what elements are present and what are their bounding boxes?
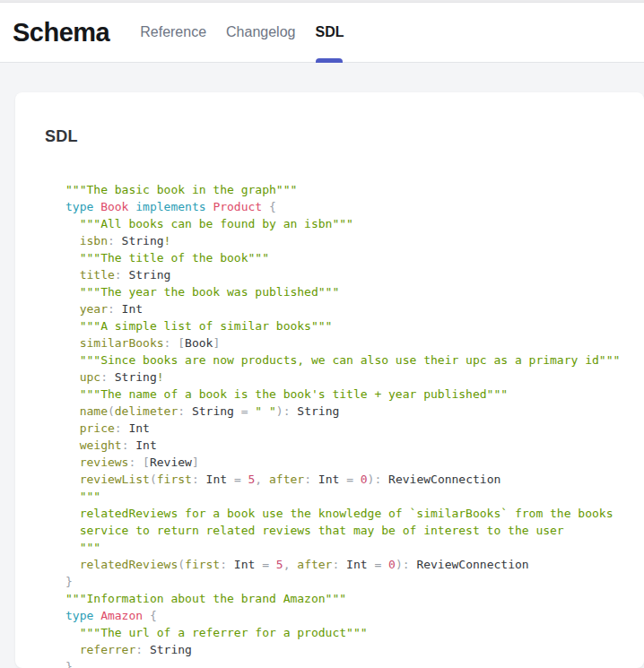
code-line: upc: String! (65, 369, 644, 386)
card-heading: SDL (45, 126, 644, 146)
code-line: relatedReviews for a book use the knowle… (65, 505, 644, 522)
code-line: year: Int (65, 300, 644, 317)
code-line: reviews: [Review] (65, 454, 644, 471)
header: Schema Reference Changelog SDL (0, 3, 644, 63)
code-line: """The title of the book""" (65, 249, 644, 266)
code-line: type Book implements Product { (65, 198, 644, 215)
active-tab-underline (316, 58, 343, 63)
code-line: type Amazon { (65, 607, 644, 624)
code-line: """ (65, 539, 644, 556)
code-line: relatedReviews(first: Int = 5, after: In… (65, 556, 644, 573)
code-line: name(delimeter: String = " "): String (65, 403, 644, 420)
code-line: referrer: String (65, 641, 644, 658)
tab-reference[interactable]: Reference (140, 3, 206, 62)
code-line: isbn: String! (65, 232, 644, 249)
sdl-code: """The basic book in the graph"""type Bo… (65, 181, 644, 668)
code-line: } (65, 658, 644, 668)
code-line: """Information about the brand Amazon""" (65, 590, 644, 607)
code-line: """The url of a referrer for a product""… (65, 624, 644, 641)
code-line: price: Int (65, 420, 644, 437)
tab-sdl[interactable]: SDL (315, 3, 344, 62)
code-line: """All books can be found by an isbn""" (65, 215, 644, 232)
page-body: SDL """The basic book in the graph"""typ… (0, 63, 644, 668)
code-line: service to return related reviews that m… (65, 522, 644, 539)
code-line: reviewList(first: Int = 5, after: Int = … (65, 471, 644, 488)
tab-bar: Reference Changelog SDL (140, 3, 344, 62)
tab-sdl-label: SDL (315, 24, 344, 40)
code-line: similarBooks: [Book] (65, 334, 644, 351)
code-line: """ (65, 488, 644, 505)
code-line: weight: Int (65, 437, 644, 454)
sdl-card: SDL """The basic book in the graph"""typ… (15, 92, 644, 668)
code-line: """The basic book in the graph""" (65, 181, 644, 198)
code-line: } (65, 573, 644, 590)
code-line: """A simple list of similar books""" (65, 317, 644, 334)
code-line: title: String (65, 266, 644, 283)
code-line: """The name of a book is the book's titl… (65, 386, 644, 403)
tab-changelog[interactable]: Changelog (226, 3, 295, 62)
code-line: """Since books are now products, we can … (65, 351, 644, 369)
code-line: """The year the book was published""" (65, 283, 644, 300)
page-title: Schema (13, 18, 109, 48)
